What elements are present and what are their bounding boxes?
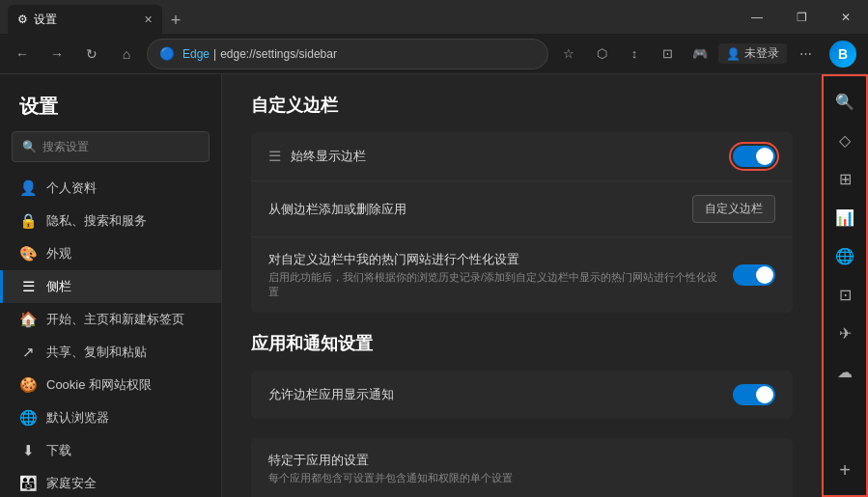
sidebar-item-privacy[interactable]: 🔒 隐私、搜索和服务	[0, 205, 221, 237]
sidebar-item-family[interactable]: 👨‍👩‍👧 家庭安全	[0, 467, 221, 497]
forward-button[interactable]: →	[42, 40, 71, 69]
gamingicon[interactable]: 🎮	[686, 40, 714, 69]
start-icon: 🏠	[19, 311, 37, 328]
sidebar-item-label: 下载	[46, 442, 71, 459]
personalize-toggle[interactable]	[733, 264, 775, 286]
breadcrumb-url: edge://settings/sidebar	[220, 47, 337, 61]
always-show-toggle[interactable]	[733, 146, 775, 167]
customize-sidebar-card: ☰ 始终显示边栏 从侧边栏添加或删除应用 自定义边栏 对自定义边栏中我的热门网站…	[251, 132, 793, 313]
settings-title: 设置	[0, 86, 221, 131]
allow-notifications-toggle[interactable]	[733, 384, 775, 405]
share-icon: ↗	[19, 344, 37, 361]
sidebar-item-downloads[interactable]: ⬇ 下载	[0, 434, 221, 467]
edge-sidebar-favorites-btn[interactable]: ◇	[827, 123, 862, 157]
sidebar-item-label: 隐私、搜索和服务	[46, 212, 147, 230]
bing-logo: B	[829, 41, 856, 68]
sidebar-item-appearance[interactable]: 🎨 外观	[0, 237, 221, 270]
settings-sidebar: 设置 🔍 搜索设置 👤 个人资料 🔒 隐私、搜索和服务 🎨 外观 ☰ 侧栏 🏠 …	[0, 74, 222, 497]
maximize-button[interactable]: ❐	[779, 0, 824, 34]
search-icon: 🔍	[22, 140, 37, 153]
nav-bar: ← → ↻ ⌂ 🔵 Edge | edge://settings/sidebar…	[0, 34, 868, 74]
breadcrumb-edge: Edge	[182, 47, 210, 61]
sidebar-item-label: 个人资料	[46, 179, 97, 197]
sync-icon[interactable]: ↕	[620, 40, 649, 69]
breadcrumb: Edge | edge://settings/sidebar	[182, 47, 337, 61]
sidebar-item-label: Cookie 和网站权限	[46, 376, 152, 394]
sidebar-row-icon: ☰	[268, 148, 281, 165]
sidebar-item-browser[interactable]: 🌐 默认浏览器	[0, 401, 221, 434]
back-button[interactable]: ←	[8, 40, 37, 69]
profile-icon: 👤	[726, 47, 741, 61]
always-show-sidebar-row: ☰ 始终显示边栏	[251, 132, 793, 181]
notification-section-title: 应用和通知设置	[251, 332, 793, 355]
sidebar-item-label: 外观	[46, 245, 71, 262]
edge-sidebar-cloud-btn[interactable]: ☁	[827, 354, 862, 389]
tab-icon: ⚙	[17, 13, 28, 26]
main-area: 设置 🔍 搜索设置 👤 个人资料 🔒 隐私、搜索和服务 🎨 外观 ☰ 侧栏 🏠 …	[0, 74, 868, 497]
app-settings-card: 特定于应用的设置 每个应用都包含可设置并包含通知和权限的单个设置 D Disco…	[251, 438, 793, 497]
search-box[interactable]: 🔍 搜索设置	[12, 131, 210, 162]
edge-sidebar-search-btn[interactable]: 🔍	[827, 84, 862, 119]
sidebar-item-label: 开始、主页和新建标签页	[46, 311, 184, 328]
edge-sidebar-send-btn[interactable]: ✈	[827, 316, 862, 350]
edge-logo: 🔵	[159, 46, 175, 61]
app-settings-title: 特定于应用的设置	[268, 452, 513, 469]
edge-sidebar-history-btn[interactable]: 📊	[827, 200, 862, 235]
sidebar-item-label: 家庭安全	[46, 475, 97, 492]
collections-icon[interactable]: ⬡	[587, 40, 616, 69]
personalize-sublabel: 启用此功能后，我们将根据你的浏览历史记录/添加到自定义边栏中显示的热门网站进行个…	[268, 270, 723, 299]
sidebar-item-label: 侧栏	[46, 278, 71, 295]
favorites-icon[interactable]: ☆	[554, 40, 583, 69]
minimize-button[interactable]: —	[735, 0, 779, 34]
cookies-icon: 🍪	[19, 376, 37, 394]
screenshot-icon[interactable]: ⊡	[653, 40, 682, 69]
sidebar-item-profile[interactable]: 👤 个人资料	[0, 172, 221, 205]
downloads-icon: ⬇	[19, 442, 37, 459]
sidebar-item-label: 默认浏览器	[46, 409, 109, 427]
edge-sidebar-discover-btn[interactable]: 🌐	[827, 238, 862, 273]
tab-close-button[interactable]: ✕	[144, 14, 153, 26]
tab-area: ⚙ 设置 ✕ +	[0, 0, 189, 34]
sidebar-icon: ☰	[19, 278, 37, 295]
always-show-label: 始终显示边栏	[291, 148, 723, 165]
profile-icon: 👤	[19, 179, 37, 197]
edge-sidebar-copilot-btn[interactable]: ⊡	[827, 277, 862, 312]
allow-notifications-label: 允许边栏应用显示通知	[268, 386, 723, 403]
customize-sidebar-button[interactable]: 自定义边栏	[692, 195, 775, 223]
edge-sidebar: 🔍 ◇ ⊞ 📊 🌐 ⊡ ✈ ☁ +	[822, 74, 868, 497]
address-bar[interactable]: 🔵 Edge | edge://settings/sidebar	[147, 39, 548, 69]
bing-button[interactable]: B	[826, 37, 860, 71]
add-remove-label: 从侧边栏添加或删除应用	[268, 201, 683, 218]
add-remove-row: 从侧边栏添加或删除应用 自定义边栏	[251, 181, 793, 237]
home-button[interactable]: ⌂	[112, 40, 141, 69]
new-tab-button[interactable]: +	[162, 7, 189, 34]
sidebar-item-share[interactable]: ↗ 共享、复制和粘贴	[0, 336, 221, 369]
profile-button[interactable]: 👤 未登录	[718, 43, 787, 64]
edge-sidebar-add-button[interactable]: +	[827, 453, 862, 487]
sidebar-item-cookies[interactable]: 🍪 Cookie 和网站权限	[0, 369, 221, 401]
notification-card: 允许边栏应用显示通知	[251, 371, 793, 419]
section-title: 自定义边栏	[251, 94, 793, 117]
settings-tab[interactable]: ⚙ 设置 ✕	[8, 5, 162, 34]
profile-label: 未登录	[744, 45, 779, 62]
breadcrumb-separator: |	[213, 47, 216, 61]
privacy-icon: 🔒	[19, 212, 37, 230]
edge-sidebar-collections-btn[interactable]: ⊞	[827, 161, 862, 196]
app-settings-subtitle: 每个应用都包含可设置并包含通知和权限的单个设置	[268, 471, 513, 485]
sidebar-item-label: 共享、复制和粘贴	[46, 344, 147, 361]
more-options-button[interactable]: ⋯	[791, 40, 820, 69]
sidebar-item-start[interactable]: 🏠 开始、主页和新建标签页	[0, 303, 221, 336]
app-settings-header-row: 特定于应用的设置 每个应用都包含可设置并包含通知和权限的单个设置	[251, 438, 793, 497]
search-placeholder: 搜索设置	[42, 139, 89, 155]
personalize-row: 对自定义边栏中我的热门网站进行个性化设置 启用此功能后，我们将根据你的浏览历史记…	[251, 237, 793, 313]
appearance-icon: 🎨	[19, 245, 37, 262]
nav-right-icons: ☆ ⬡ ↕ ⊡ 🎮 👤 未登录 ⋯	[554, 40, 820, 69]
close-button[interactable]: ✕	[824, 0, 868, 34]
settings-content: 自定义边栏 ☰ 始终显示边栏 从侧边栏添加或删除应用 自定义边栏 对自定义边栏中…	[222, 74, 822, 497]
refresh-button[interactable]: ↻	[77, 40, 106, 69]
title-bar: ⚙ 设置 ✕ + — ❐ ✕	[0, 0, 868, 34]
window-controls: — ❐ ✕	[735, 0, 868, 34]
sidebar-item-sidebar[interactable]: ☰ 侧栏	[0, 270, 221, 303]
allow-notifications-row: 允许边栏应用显示通知	[251, 371, 793, 419]
browser-icon: 🌐	[19, 409, 37, 427]
